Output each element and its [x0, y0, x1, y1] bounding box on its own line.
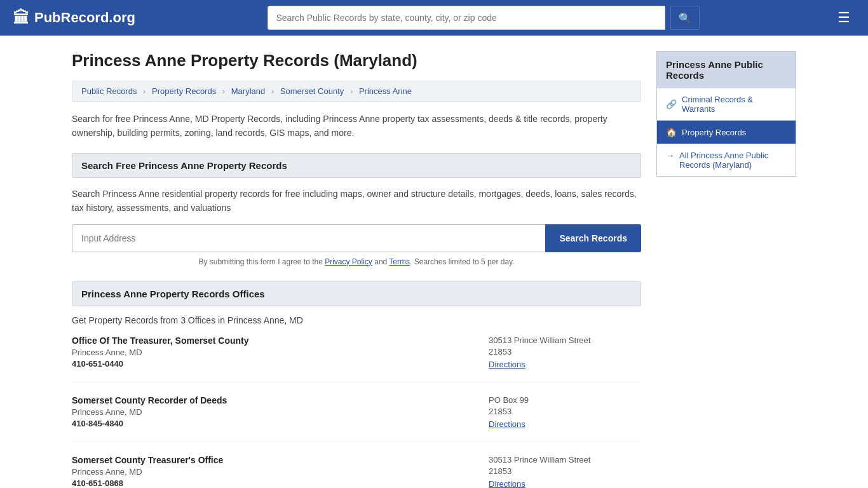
- page-description: Search for free Princess Anne, MD Proper…: [72, 112, 641, 140]
- breadcrumb-property-records[interactable]: Property Records: [152, 86, 216, 96]
- sidebar-item-property-records[interactable]: 🏠 Property Records: [656, 121, 796, 144]
- directions-link[interactable]: Directions: [489, 360, 526, 369]
- office-right: 30513 Prince William Street 21853 Direct…: [489, 455, 641, 488]
- link-icon: 🔗: [666, 99, 677, 109]
- office-address: PO Box 99: [489, 395, 641, 405]
- main-container: Princess Anne Property Records (Maryland…: [59, 36, 809, 488]
- offices-intro: Get Property Records from 3 Offices in P…: [72, 315, 641, 325]
- office-entry: Somerset County Recorder of Deeds Prince…: [72, 395, 641, 442]
- home-icon: 🏠: [666, 127, 677, 137]
- global-search-input[interactable]: [268, 6, 665, 30]
- office-phone: 410-651-0868: [72, 478, 478, 488]
- search-form: Search Records: [72, 224, 641, 252]
- sidebar-property-records-label: Property Records: [682, 128, 746, 137]
- office-city: Princess Anne, MD: [72, 348, 478, 357]
- sidebar-title: Princess Anne Public Records: [656, 51, 796, 88]
- logo-text: PubRecord.org: [34, 10, 135, 26]
- content-area: Princess Anne Property Records (Maryland…: [72, 51, 641, 488]
- office-phone: 410-845-4840: [72, 419, 478, 428]
- breadcrumb-sep-2: ›: [222, 86, 225, 96]
- menu-icon: ☰: [837, 10, 850, 25]
- offices-section-header: Princess Anne Property Records Offices: [72, 281, 641, 306]
- disclaimer-middle: and: [372, 257, 389, 266]
- global-search-button[interactable]: 🔍: [670, 6, 700, 30]
- breadcrumb-sep-1: ›: [143, 86, 146, 96]
- office-name: Office Of The Treasurer, Somerset County: [72, 336, 478, 346]
- header-search-area: 🔍: [268, 6, 700, 30]
- disclaimer-end: . Searches limited to 5 per day.: [410, 257, 515, 266]
- sidebar-criminal-records-label: Criminal Records & Warrants: [682, 95, 787, 114]
- menu-button[interactable]: ☰: [832, 7, 855, 29]
- office-left: Somerset County Recorder of Deeds Prince…: [72, 395, 478, 429]
- breadcrumb-sep-3: ›: [271, 86, 274, 96]
- disclaimer-text: By submitting this form I agree to the: [198, 257, 325, 266]
- breadcrumb-sep-4: ›: [350, 86, 353, 96]
- breadcrumb-princess-anne[interactable]: Princess Anne: [359, 86, 412, 96]
- office-layout: Somerset County Treasurer's Office Princ…: [72, 455, 641, 488]
- address-input[interactable]: [72, 224, 545, 252]
- search-section: Search Free Princess Anne Property Recor…: [72, 153, 641, 266]
- sidebar-all-records-link[interactable]: → All Princess Anne Public Records (Mary…: [656, 144, 796, 177]
- office-entry: Office Of The Treasurer, Somerset County…: [72, 336, 641, 383]
- search-section-header: Search Free Princess Anne Property Recor…: [72, 153, 641, 178]
- breadcrumb-maryland[interactable]: Maryland: [231, 86, 265, 96]
- office-phone: 410-651-0440: [72, 359, 478, 369]
- office-zip: 21853: [489, 407, 641, 416]
- office-right: 30513 Prince William Street 21853 Direct…: [489, 336, 641, 369]
- search-records-button[interactable]: Search Records: [545, 224, 641, 252]
- office-left: Somerset County Treasurer's Office Princ…: [72, 455, 478, 488]
- office-layout: Somerset County Recorder of Deeds Prince…: [72, 395, 641, 429]
- sidebar: Princess Anne Public Records 🔗 Criminal …: [656, 51, 796, 488]
- office-city: Princess Anne, MD: [72, 407, 478, 417]
- sidebar-item-criminal-records[interactable]: 🔗 Criminal Records & Warrants: [656, 88, 796, 121]
- terms-link[interactable]: Terms: [389, 257, 410, 266]
- page-title: Princess Anne Property Records (Maryland…: [72, 51, 641, 71]
- site-header: 🏛 PubRecord.org 🔍 ☰: [0, 0, 868, 36]
- search-description: Search Princess Anne residential propert…: [72, 187, 641, 215]
- privacy-policy-link[interactable]: Privacy Policy: [325, 257, 372, 266]
- office-city: Princess Anne, MD: [72, 467, 478, 477]
- office-address: 30513 Prince William Street: [489, 455, 641, 464]
- office-entry: Somerset County Treasurer's Office Princ…: [72, 455, 641, 488]
- site-logo[interactable]: 🏛 PubRecord.org: [13, 8, 135, 28]
- arrow-icon: →: [666, 151, 674, 160]
- directions-link[interactable]: Directions: [489, 479, 526, 488]
- directions-link[interactable]: Directions: [489, 419, 526, 429]
- office-layout: Office Of The Treasurer, Somerset County…: [72, 336, 641, 369]
- building-icon: 🏛: [13, 8, 29, 28]
- offices-section: Princess Anne Property Records Offices G…: [72, 281, 641, 488]
- office-name: Somerset County Treasurer's Office: [72, 455, 478, 465]
- office-address: 30513 Prince William Street: [489, 336, 641, 345]
- office-zip: 21853: [489, 466, 641, 476]
- office-left: Office Of The Treasurer, Somerset County…: [72, 336, 478, 369]
- office-zip: 21853: [489, 347, 641, 356]
- breadcrumb: Public Records › Property Records › Mary…: [72, 81, 641, 102]
- sidebar-all-records-label: All Princess Anne Public Records (Maryla…: [679, 151, 787, 170]
- form-disclaimer: By submitting this form I agree to the P…: [72, 257, 641, 266]
- office-name: Somerset County Recorder of Deeds: [72, 395, 478, 405]
- breadcrumb-public-records[interactable]: Public Records: [81, 86, 137, 96]
- office-right: PO Box 99 21853 Directions: [489, 395, 641, 429]
- search-icon: 🔍: [679, 13, 691, 24]
- breadcrumb-somerset-county[interactable]: Somerset County: [280, 86, 344, 96]
